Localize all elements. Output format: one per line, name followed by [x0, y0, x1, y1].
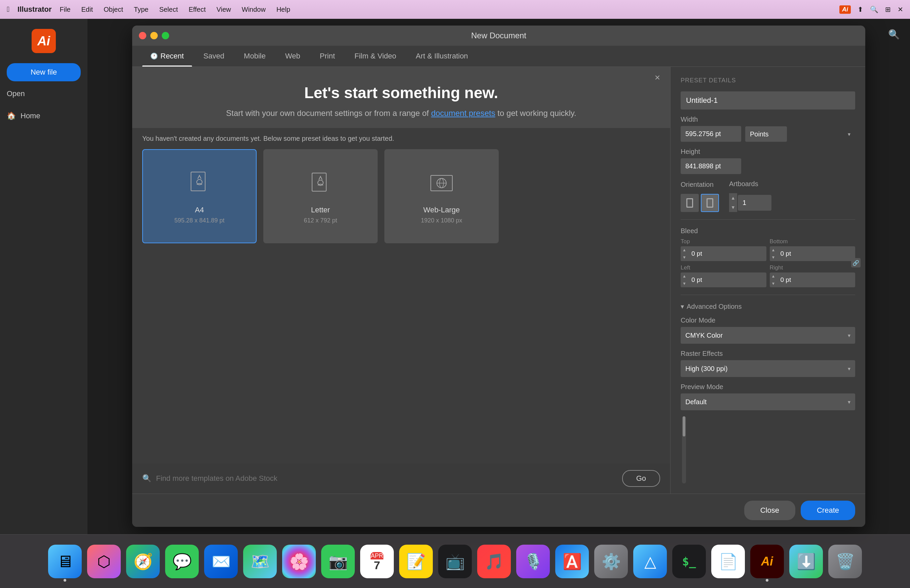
tab-recent[interactable]: 🕐 Recent — [142, 46, 192, 66]
minimize-traffic-light[interactable] — [150, 32, 158, 39]
bleed-left-input[interactable] — [688, 273, 766, 287]
menu-select[interactable]: Select — [159, 6, 178, 13]
tab-saved[interactable]: Saved — [195, 46, 232, 66]
new-file-button[interactable]: New file — [7, 63, 81, 81]
bleed-right-increment[interactable]: ▲ — [770, 273, 777, 280]
menu-effect[interactable]: Effect — [189, 6, 206, 13]
tab-film-video[interactable]: Film & Video — [347, 46, 404, 66]
dialog-titlebar: New Document — [132, 26, 865, 46]
close-button[interactable]: Close — [744, 501, 795, 520]
dock-notes[interactable]: 📝 — [399, 544, 433, 578]
bleed-left-increment[interactable]: ▲ — [681, 273, 688, 280]
orientation-buttons — [681, 194, 719, 212]
close-icon[interactable]: ✕ — [897, 5, 903, 13]
dock-tv[interactable]: 📺 — [438, 544, 472, 578]
tab-art-illustration[interactable]: Art & Illustration — [408, 46, 476, 66]
dock-facetime[interactable]: 📷 — [321, 544, 355, 578]
tab-mobile[interactable]: Mobile — [236, 46, 274, 66]
tab-print[interactable]: Print — [312, 46, 343, 66]
doc-name-input[interactable] — [681, 91, 855, 110]
bleed-top-increment[interactable]: ▲ — [681, 246, 688, 254]
dock-app-store[interactable]: 🅰️ — [555, 544, 589, 578]
preset-letter-icon-container — [304, 169, 337, 199]
menu-type[interactable]: Type — [134, 6, 148, 13]
dock-finder[interactable]: 🖥 — [48, 544, 82, 578]
menu-object[interactable]: Object — [104, 6, 123, 13]
dock-music[interactable]: 🎵 — [477, 544, 511, 578]
preset-details-section-label: PRESET DETAILS — [681, 77, 855, 84]
bleed-bottom-increment[interactable]: ▲ — [770, 246, 777, 254]
preview-mode-select[interactable]: Default Pixel Overprint — [681, 393, 855, 410]
menu-file[interactable]: File — [60, 6, 71, 13]
raster-effects-select[interactable]: Screen (72 ppi) Medium (150 ppi) High (3… — [681, 360, 855, 377]
height-input[interactable] — [681, 158, 741, 174]
doc-name-field — [681, 91, 855, 110]
artboards-decrement-button[interactable]: ▼ — [729, 203, 737, 212]
close-traffic-light[interactable] — [139, 32, 146, 39]
controls-icon[interactable]: ⊞ — [885, 5, 891, 13]
bleed-right-input[interactable] — [777, 273, 855, 287]
dock-trash[interactable]: 🗑️ — [828, 544, 862, 578]
podcasts-icon: 🎙️ — [524, 552, 543, 570]
unit-select[interactable]: Points Pixels Inches Millimeters — [745, 126, 787, 142]
menu-window[interactable]: Window — [242, 6, 266, 13]
width-field: Width Points Pixels Inches Millimeters — [681, 116, 855, 142]
artboards-increment-button[interactable]: ▲ — [729, 193, 737, 203]
dock-maps[interactable]: 🗺️ — [243, 544, 277, 578]
tab-art-illustration-label: Art & Illustration — [416, 52, 468, 60]
document-presets-link[interactable]: document presets — [431, 108, 495, 118]
preset-card-web-large[interactable]: Web-Large 1920 x 1080 px — [384, 149, 499, 243]
raster-effects-label: Raster Effects — [681, 350, 855, 357]
dock-photos[interactable]: 🌸 — [282, 544, 316, 578]
portrait-orientation-button[interactable] — [681, 194, 699, 212]
dock-mail[interactable]: ✉️ — [204, 544, 238, 578]
bleed-top-decrement[interactable]: ▼ — [681, 254, 688, 261]
bleed-bottom-input[interactable] — [777, 247, 855, 261]
open-button[interactable]: Open — [0, 87, 87, 101]
preset-card-letter[interactable]: Letter 612 x 792 pt — [263, 149, 378, 243]
bleed-left-decrement[interactable]: ▼ — [681, 280, 688, 287]
dock-delta[interactable]: △ — [633, 544, 667, 578]
search-icon[interactable]: 🔍 — [870, 5, 878, 13]
tab-print-label: Print — [320, 52, 335, 60]
menu-view[interactable]: View — [217, 6, 231, 13]
maximize-traffic-light[interactable] — [162, 32, 169, 39]
chain-link-icon[interactable]: 🔗 — [851, 258, 861, 267]
dock-podcasts[interactable]: 🎙️ — [516, 544, 550, 578]
template-search-go-button[interactable]: Go — [622, 470, 660, 487]
menu-help[interactable]: Help — [277, 6, 290, 13]
arrow-up-icon[interactable]: ⬆ — [858, 5, 863, 13]
tab-web[interactable]: Web — [277, 46, 308, 66]
preset-card-a4[interactable]: A4 595.28 x 841.89 pt — [142, 149, 257, 243]
dialog-close-x-button[interactable]: × — [651, 71, 664, 84]
dock-launchpad[interactable]: ⬡ — [87, 544, 121, 578]
bleed-right-input-wrapper: ▲ ▼ — [770, 273, 855, 287]
app-name[interactable]: Illustrator — [18, 5, 52, 14]
advanced-options-label: Advanced Options — [687, 303, 742, 310]
dock-terminal[interactable]: $_ — [672, 544, 706, 578]
landscape-orientation-button[interactable] — [701, 194, 719, 212]
bleed-bottom-decrement[interactable]: ▼ — [770, 254, 777, 261]
calendar-day-icon: 7 — [374, 559, 381, 571]
artboards-input[interactable] — [738, 195, 771, 211]
color-mode-select[interactable]: CMYK Color RGB Color — [681, 327, 855, 344]
color-mode-select-wrapper: CMYK Color RGB Color — [681, 327, 855, 344]
dock-downloads[interactable]: ⬇️ — [789, 544, 823, 578]
dock-messages[interactable]: 💬 — [165, 544, 199, 578]
dock-illustrator[interactable]: Ai — [750, 544, 784, 578]
menu-edit[interactable]: Edit — [81, 6, 93, 13]
dock-textedit[interactable]: 📄 — [711, 544, 745, 578]
template-search-input[interactable] — [156, 474, 617, 483]
sidebar-item-home[interactable]: 🏠 Home — [0, 108, 87, 124]
dock-calendar[interactable]: APR 7 — [360, 544, 394, 578]
create-button[interactable]: Create — [801, 501, 855, 520]
scroll-track[interactable] — [682, 416, 686, 483]
width-input[interactable] — [681, 126, 741, 142]
dock-safari[interactable]: 🧭 — [126, 544, 160, 578]
apple-menu[interactable]:  — [7, 5, 10, 14]
dock-system-preferences[interactable]: ⚙️ — [594, 544, 628, 578]
advanced-options-toggle[interactable]: ▾ Advanced Options — [681, 302, 855, 310]
bleed-label: Bleed — [681, 227, 855, 235]
bleed-right-decrement[interactable]: ▼ — [770, 280, 777, 287]
bleed-top-input[interactable] — [688, 247, 766, 261]
